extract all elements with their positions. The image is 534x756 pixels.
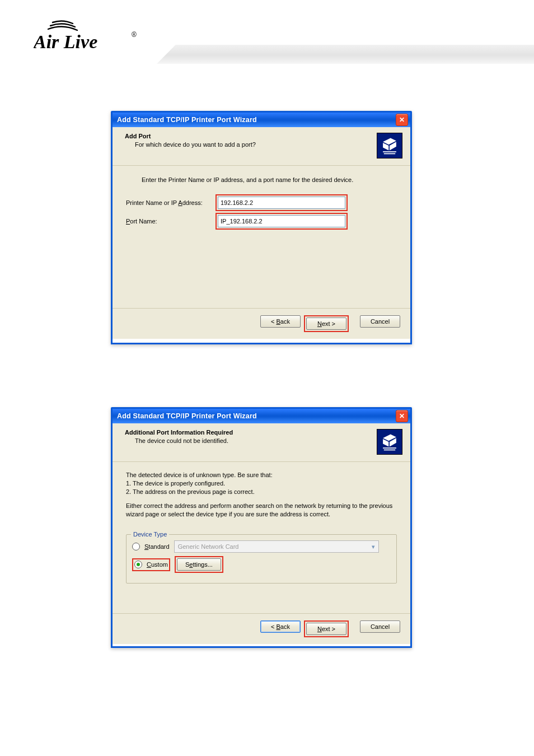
wizard-dialog-port-info: Add Standard TCP/IP Printer Port Wizard …	[111, 407, 412, 648]
page-title: Add Port	[125, 133, 377, 139]
port-name-input[interactable]	[218, 215, 345, 227]
next-button[interactable]: Next >	[306, 623, 346, 635]
svg-rect-3	[384, 153, 395, 155]
chevron-down-icon: ▾	[368, 542, 378, 552]
close-icon[interactable]: ✕	[396, 114, 408, 126]
detected-info-text: The detected device is of unknown type. …	[126, 471, 397, 496]
titlebar: Add Standard TCP/IP Printer Port Wizard …	[113, 113, 410, 127]
device-type-select: Generic Network Card ▾	[174, 540, 379, 553]
highlight-next: Next >	[304, 315, 349, 332]
highlight-next: Next >	[304, 620, 349, 637]
page-subtitle: The device could not be identified.	[135, 437, 377, 444]
wizard-dialog-add-port: Add Standard TCP/IP Printer Port Wizard …	[111, 111, 412, 344]
next-button[interactable]: Next >	[306, 318, 346, 330]
svg-rect-2	[383, 151, 396, 152]
page-subtitle: For which device do you want to add a po…	[135, 141, 377, 148]
highlight-settings: Settings...	[175, 556, 223, 573]
close-icon[interactable]: ✕	[396, 410, 408, 422]
header-band	[157, 45, 534, 64]
settings-button[interactable]: Settings...	[177, 558, 221, 571]
label-port-name: Port Name:	[126, 217, 216, 226]
back-button[interactable]: < Back	[260, 620, 301, 633]
cancel-button[interactable]: Cancel	[360, 315, 400, 328]
titlebar: Add Standard TCP/IP Printer Port Wizard …	[113, 409, 410, 423]
window-title: Add Standard TCP/IP Printer Port Wizard	[115, 116, 396, 124]
highlight-ip	[216, 194, 348, 211]
highlight-custom: Custom	[132, 558, 170, 571]
radio-custom-label: Custom	[147, 561, 168, 569]
window-title: Add Standard TCP/IP Printer Port Wizard	[115, 412, 396, 420]
radio-standard-label: Standard	[144, 543, 170, 551]
label-printer-ip: Printer Name or IP Address:	[126, 199, 216, 207]
printer-port-icon	[377, 133, 402, 158]
instruction-text: Enter the Printer Name or IP address, an…	[142, 176, 397, 184]
svg-text:®: ®	[132, 31, 137, 39]
fieldset-legend: Device Type	[131, 530, 169, 539]
printer-ip-input[interactable]	[218, 197, 345, 209]
svg-rect-5	[384, 450, 395, 451]
brand-logo: Air Live ®	[34, 20, 151, 55]
back-button[interactable]: < Back	[260, 315, 301, 328]
highlight-port	[216, 213, 348, 230]
radio-custom[interactable]	[134, 561, 142, 568]
svg-rect-4	[383, 447, 396, 449]
cancel-button[interactable]: Cancel	[360, 620, 400, 633]
page-title: Additional Port Information Required	[125, 429, 377, 436]
printer-port-icon	[377, 429, 402, 455]
device-type-fieldset: Device Type Standard Generic Network Car…	[126, 534, 397, 584]
svg-text:Air Live: Air Live	[34, 31, 97, 52]
correction-text: Either correct the address and perform a…	[126, 502, 397, 519]
radio-standard[interactable]	[132, 543, 140, 550]
